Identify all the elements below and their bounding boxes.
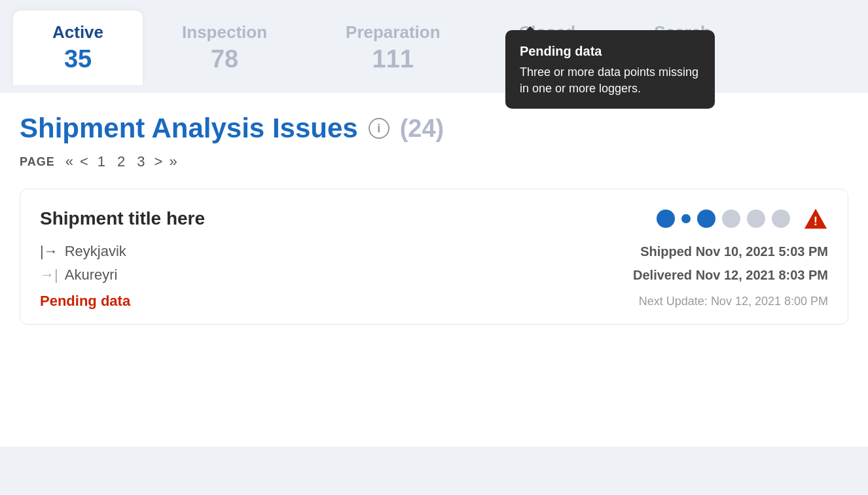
shipped-date-value: Nov 10, 2021 5:03 PM <box>696 244 828 259</box>
delivered-date-value: Nov 12, 2021 8:03 PM <box>696 268 828 282</box>
pending-data-label: Pending data <box>40 293 130 310</box>
card-footer: Pending data Next Update: Nov 12, 2021 8… <box>40 293 828 310</box>
pagination-page-2[interactable]: 2 <box>115 153 128 170</box>
next-update-date: Nov 12, 2021 8:00 PM <box>711 295 828 308</box>
tab-preparation[interactable]: Preparation 111 <box>306 10 480 85</box>
pagination-page-3[interactable]: 3 <box>134 153 147 170</box>
delivered-date: Delivered Nov 12, 2021 8:03 PM <box>633 268 828 283</box>
pagination-first[interactable]: « <box>65 153 73 170</box>
tab-active-label: Active <box>52 22 103 43</box>
warning-icon: ! <box>803 206 828 231</box>
origin-left: |→ Reykjavik <box>40 243 126 260</box>
pagination-last[interactable]: » <box>169 153 177 170</box>
info-icon[interactable]: i <box>369 118 389 139</box>
pagination-next[interactable]: > <box>154 153 163 170</box>
dot-2 <box>681 214 691 223</box>
shipped-label: Shipped <box>640 244 692 259</box>
tab-closed[interactable]: Closed 848 Pending data Three or more da… <box>480 10 615 85</box>
origin-city: Reykjavik <box>65 243 126 260</box>
tab-preparation-count: 111 <box>372 45 414 73</box>
card-header: Shipment title here ! <box>40 206 828 231</box>
tooltip-body: Three or more data points missing in one… <box>520 64 700 97</box>
pagination: PAGE « < 1 2 3 > » <box>20 153 848 170</box>
tab-inspection[interactable]: Inspection 78 <box>143 10 306 85</box>
section-title: Shipment Analysis Issues <box>20 113 358 144</box>
main-content: Shipment Analysis Issues i (24) PAGE « <… <box>0 93 868 447</box>
origin-icon: |→ <box>40 243 58 260</box>
shipped-date: Shipped Nov 10, 2021 5:03 PM <box>640 244 828 259</box>
tab-active-count: 35 <box>64 45 92 73</box>
tab-preparation-label: Preparation <box>346 22 441 43</box>
dot-1 <box>657 210 675 228</box>
status-dots: ! <box>657 206 828 231</box>
next-update: Next Update: Nov 12, 2021 8:00 PM <box>639 295 828 308</box>
tooltip-pending-data: Pending data Three or more data points m… <box>505 30 715 109</box>
destination-icon: →| <box>40 266 58 284</box>
tooltip-title: Pending data <box>520 42 700 60</box>
dot-4 <box>722 210 740 228</box>
destination-city: Akureyri <box>65 266 118 284</box>
tab-active[interactable]: Active 35 <box>13 10 143 85</box>
dot-3 <box>697 210 715 228</box>
shipment-title: Shipment title here <box>40 208 205 229</box>
delivered-label: Delivered <box>633 268 692 282</box>
origin-row: |→ Reykjavik Shipped Nov 10, 2021 5:03 P… <box>40 243 828 260</box>
section-header: Shipment Analysis Issues i (24) <box>20 113 848 144</box>
dot-5 <box>747 210 765 228</box>
svg-text:!: ! <box>814 214 818 228</box>
destination-row: →| Akureyri Delivered Nov 12, 2021 8:03 … <box>40 266 828 284</box>
pagination-label: PAGE <box>20 155 55 169</box>
dot-6 <box>772 210 790 228</box>
section-count: (24) <box>400 115 444 143</box>
next-update-label: Next Update: <box>639 295 708 308</box>
shipment-card[interactable]: Shipment title here ! |→ Reykjavik <box>20 189 848 325</box>
pagination-page-1[interactable]: 1 <box>95 153 108 170</box>
tab-inspection-count: 78 <box>211 45 238 73</box>
nav-tabs: Active 35 Inspection 78 Preparation 111 … <box>0 0 868 93</box>
destination-left: →| Akureyri <box>40 266 117 284</box>
pagination-prev[interactable]: < <box>80 153 88 170</box>
tab-inspection-label: Inspection <box>182 22 267 43</box>
